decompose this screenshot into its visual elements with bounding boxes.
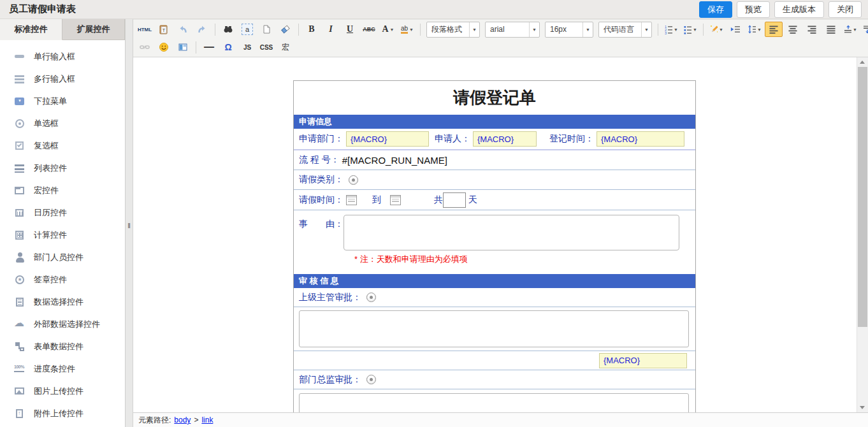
redo-button[interactable] [193, 22, 211, 37]
path-separator: > [194, 416, 198, 424]
days-input[interactable] [443, 192, 466, 208]
vertical-scrollbar[interactable] [857, 57, 868, 412]
align-right-button[interactable] [803, 22, 821, 37]
sidebar-item-external-data-select[interactable]: 外部数据选择控件 [0, 313, 125, 335]
format-eraser-button[interactable] [277, 22, 294, 37]
sidebar-item-calc-control[interactable]: 计算控件 [0, 224, 125, 246]
special-char-button[interactable]: Ω [219, 40, 237, 55]
sidebar-item-form-data[interactable]: 表单数据控件 [0, 335, 125, 358]
line-height-icon [748, 24, 756, 34]
register-time-input[interactable] [597, 131, 684, 147]
undo-button[interactable] [174, 22, 192, 37]
scroll-down-button[interactable] [857, 403, 867, 412]
font-family-select[interactable]: arial▼ [485, 22, 540, 38]
italic-button[interactable]: I [322, 22, 340, 37]
apply-dept-label: 申请部门： [299, 133, 344, 145]
start-date-calendar-icon[interactable] [346, 195, 357, 205]
bold-button[interactable]: B [303, 22, 321, 37]
sidebar-item-department-person[interactable]: 部门人员控件 [0, 246, 125, 268]
calculator-icon [14, 229, 25, 241]
supervisor-textarea[interactable] [299, 310, 689, 347]
multi-line-input-icon [14, 73, 25, 85]
sidebar-item-data-select[interactable]: 数据选择控件 [0, 291, 125, 313]
preview-button[interactable]: 预览 [737, 1, 770, 18]
sidebar-item-multi-line-input[interactable]: 多行输入框 [0, 68, 125, 90]
align-left-button[interactable] [765, 22, 783, 37]
unordered-list-button[interactable]: ▼ [681, 22, 699, 37]
emoticon-button[interactable] [155, 40, 173, 55]
new-document-button[interactable] [257, 22, 275, 37]
dropdown-menu-icon [14, 96, 25, 107]
html-source-button[interactable]: HTML [136, 22, 154, 37]
tab-extended-controls[interactable]: 扩展控件 [62, 19, 125, 40]
insert-js-button[interactable]: JS [238, 40, 256, 55]
sidebar-item-image-upload[interactable]: 图片上传控件 [0, 380, 125, 402]
underline-icon: U [347, 24, 353, 34]
auto-format-button[interactable]: ▼ [707, 22, 725, 37]
close-button[interactable]: 关闭 [828, 1, 862, 18]
director-radio[interactable] [366, 375, 376, 384]
sidebar-item-progress-bar[interactable]: 进度条控件 [0, 358, 125, 380]
app-window: 员工请假申请表 保存 预览 生成版本 关闭 标准控件 扩展控件 单行输入框 多行… [0, 0, 868, 427]
paste-button[interactable]: T [155, 22, 173, 37]
strikethrough-button[interactable]: ABC [360, 22, 378, 37]
director-label: 部门总监审批： [299, 374, 361, 386]
insert-macro-button[interactable]: 宏 [277, 40, 294, 55]
sidebar-item-calendar-control[interactable]: 日历控件 [0, 201, 125, 224]
data-select-icon [14, 296, 25, 308]
sidebar-item-list-control[interactable]: 列表控件 [0, 157, 125, 179]
sidebar-item-macro-control[interactable]: 宏控件 [0, 179, 125, 201]
paragraph-space-top-button[interactable]: ▼ [841, 22, 859, 37]
find-button[interactable] [219, 22, 237, 37]
scroll-thumb[interactable] [858, 67, 867, 327]
paragraph-format-select[interactable]: 段落格式▼ [426, 22, 480, 38]
select-all-button[interactable]: a [238, 22, 256, 37]
sidebar-item-single-line-input[interactable]: 单行输入框 [0, 45, 125, 68]
font-size-select[interactable]: 16px▼ [545, 22, 593, 38]
chevron-down-icon: ▼ [674, 27, 678, 32]
code-language-select[interactable]: 代码语言▼ [598, 22, 652, 38]
smiley-icon [159, 42, 169, 52]
chevron-down-icon: ▼ [469, 22, 479, 37]
toolbar-separator [703, 24, 704, 36]
sidebar-item-dropdown-menu[interactable]: 下拉菜单 [0, 90, 125, 112]
leave-type-radio[interactable] [349, 175, 358, 185]
path-body-link[interactable]: body [174, 416, 191, 424]
panel-splitter[interactable]: ‖ [125, 19, 133, 427]
font-color-button[interactable]: A▼ [379, 22, 397, 37]
scroll-up-button[interactable] [857, 57, 867, 67]
insert-panel-button[interactable] [174, 40, 192, 55]
indent-button[interactable] [727, 22, 744, 37]
paragraph-space-bottom-button[interactable]: ▼ [860, 22, 868, 37]
insert-css-button[interactable]: CSS [257, 40, 275, 55]
save-button[interactable]: 保存 [699, 1, 732, 18]
editor-canvas[interactable]: 请假登记单 申请信息 申请部门： 申请人： 登记时间： 流 程 号： #[MAC… [133, 57, 868, 412]
insert-hr-button[interactable]: — [200, 40, 218, 55]
director-textarea[interactable] [299, 393, 689, 412]
sidebar-item-signature[interactable]: 签章控件 [0, 268, 125, 291]
generate-version-button[interactable]: 生成版本 [774, 1, 824, 18]
applicant-input[interactable] [473, 131, 537, 147]
path-link-link[interactable]: link [201, 416, 213, 424]
reason-label: 事 由： [299, 219, 344, 230]
bold-icon: B [308, 24, 314, 34]
align-center-button[interactable] [784, 22, 802, 37]
sidebar-item-attachment-upload[interactable]: 附件上传控件 [0, 402, 125, 424]
highlight-color-button[interactable]: ab▼ [398, 22, 416, 37]
unlink-button[interactable] [136, 40, 154, 55]
end-date-calendar-icon[interactable] [390, 195, 401, 205]
sidebar-item-checkbox[interactable]: 复选框 [0, 134, 125, 157]
tab-standard-controls[interactable]: 标准控件 [0, 19, 62, 40]
supervisor-radio[interactable] [366, 293, 376, 302]
sidebar-item-radio[interactable]: 单选框 [0, 112, 125, 134]
justify-button[interactable] [822, 22, 840, 37]
chevron-down-icon: ▼ [757, 27, 762, 32]
ordered-list-button[interactable]: 123▼ [662, 22, 680, 37]
reason-textarea[interactable] [344, 215, 679, 250]
underline-button[interactable]: U [341, 22, 359, 37]
paragraph-space-top-icon [843, 24, 851, 34]
line-height-button[interactable]: ▼ [746, 22, 763, 37]
unordered-list-icon [683, 24, 691, 34]
apply-dept-input[interactable] [346, 131, 429, 147]
supervisor-macro-input[interactable] [599, 353, 687, 368]
